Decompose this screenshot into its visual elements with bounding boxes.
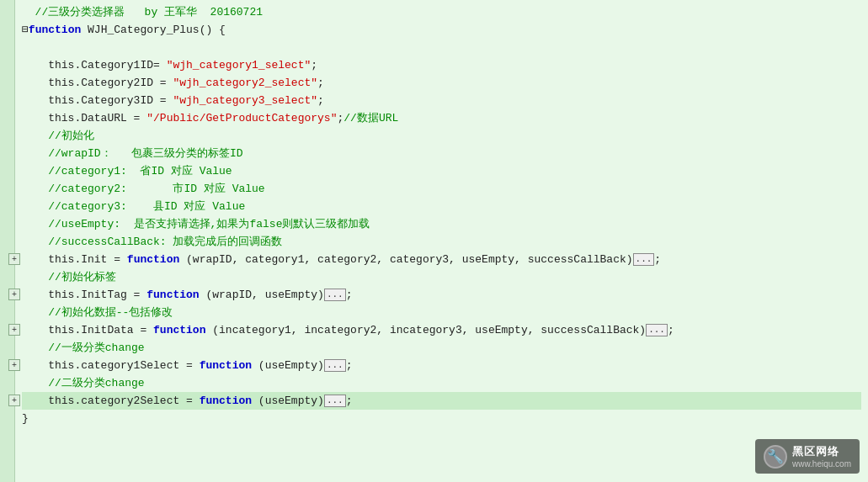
code-line: this.Category3ID = "wjh_category3_select… [22,92,861,109]
inline-comment: //数据URL [343,109,398,127]
collapsed-dots[interactable]: ... [324,359,346,372]
code-text: ; [346,286,353,304]
comment-text: //category3: 县ID 对应 Value [22,198,245,215]
watermark-logo: 🔧 [764,445,787,469]
code-text: ; [346,392,353,410]
collapsed-dots[interactable]: ... [633,253,655,266]
watermark: 🔧 黑区网络 www.heiqu.com [755,439,860,474]
keyword: function [200,357,252,374]
collapse-button[interactable]: + [8,289,20,300]
string-literal: "wjh_category3_select" [173,92,317,109]
code-text: (wrapID, useEmpty) [200,286,324,304]
keyword: function [146,286,199,304]
code-line: this.Category1ID= "wjh_category1_select"… [22,56,861,74]
comment-text: //useEmpty: 是否支持请选择,如果为false则默认三级都加载 [22,215,370,233]
code-text: this.category1Select = [22,357,200,374]
collapsed-dots[interactable]: ... [324,289,346,301]
keyword: function [127,251,179,268]
code-line: //successCallBack: 加载完成后的回调函数 [22,233,861,251]
code-line: + this.category2Select = function (useEm… [22,392,861,410]
code-line: //二级分类change [22,374,861,392]
comment-text: //wrapID： 包裹三级分类的标签ID [22,145,243,162]
code-text: this.Category1ID= [22,56,167,74]
watermark-text: 黑区网络 www.heiqu.com [792,444,851,469]
code-text: ⊟ [22,21,29,39]
code-line: //一级分类change [22,339,861,357]
code-line: //初始化 [22,127,861,145]
code-text: (wrapID, category1, category2, category3… [179,251,632,268]
comment-text: //一级分类change [22,339,145,357]
code-area: //三级分类选择器 by 王军华 20160721⊟function WJH_C… [15,0,868,482]
code-line: + this.InitTag = function (wrapID, useEm… [22,286,861,304]
code-text: (incategory1, incategory2, incategory3, … [205,321,646,339]
code-line: //初始化数据--包括修改 [22,304,861,321]
code-editor: //三级分类选择器 by 王军华 20160721⊟function WJH_C… [0,0,868,482]
code-text: this.Init = [22,251,127,268]
code-line: ⊟function WJH_Category_Plus() { [22,21,861,39]
code-line: + this.InitData = function (incategory1,… [22,321,861,339]
string-literal: "/Public/GetProductCategorys" [146,109,337,127]
code-line: //category1: 省ID 对应 Value [22,162,861,180]
code-line: //category2: 市ID 对应 Value [22,180,861,198]
code-line: this.DataURL = "/Public/GetProductCatego… [22,109,861,127]
code-text: this.DataURL = [22,109,146,127]
collapsed-dots[interactable]: ... [324,395,346,407]
keyword: function [29,21,81,39]
string-literal: "wjh_category1_select" [167,56,312,74]
code-line: //wrapID： 包裹三级分类的标签ID [22,145,861,162]
code-text: this.Category3ID = [22,92,173,109]
code-line [22,39,861,56]
code-text: ; [317,92,324,109]
comment-text: //初始化标签 [22,268,116,286]
comment-text: //category2: 市ID 对应 Value [22,180,265,198]
code-text: (useEmpty) [252,357,324,374]
code-line: this.Category2ID = "wjh_category2_select… [22,74,861,92]
comment-text: //三级分类选择器 by 王军华 20160721 [22,3,263,21]
code-line: + this.Init = function (wrapID, category… [22,251,861,268]
line-gutter [0,0,15,482]
collapse-button[interactable]: + [8,395,20,406]
code-text: ; [654,251,661,268]
comment-text: //successCallBack: 加载完成后的回调函数 [22,233,282,251]
comment-text: //初始化数据--包括修改 [22,304,173,321]
code-text: this.InitTag = [22,286,146,304]
code-text: ; [317,74,324,92]
code-text: ; [346,357,353,374]
code-line: + this.category1Select = function (useEm… [22,357,861,374]
keyword: function [153,321,205,339]
code-text: ; [668,321,674,339]
string-literal: "wjh_category2_select" [173,74,317,92]
watermark-site: 黑区网络 [792,444,851,459]
collapsed-dots[interactable]: ... [646,324,668,336]
code-text: this.InitData = [22,321,153,339]
code-line: //三级分类选择器 by 王军华 20160721 [22,3,861,21]
code-text: WJH_Category_Plus() { [81,21,226,39]
code-line: //category3: 县ID 对应 Value [22,198,861,215]
collapse-button[interactable]: + [8,324,20,336]
watermark-url: www.heiqu.com [792,459,851,469]
code-line: //useEmpty: 是否支持请选择,如果为false则默认三级都加载 [22,215,861,233]
code-text: this.category2Select = [22,392,200,410]
collapse-button[interactable]: + [8,253,20,265]
comment-text: //二级分类change [22,374,145,392]
code-text: } [22,410,29,427]
code-text: this.Category2ID = [22,74,173,92]
collapse-button[interactable]: + [8,359,20,371]
code-line: } [22,410,861,427]
comment-text: //初始化 [22,127,94,145]
code-text: ; [337,109,343,127]
keyword: function [200,392,252,410]
code-line: //初始化标签 [22,268,861,286]
comment-text: //category1: 省ID 对应 Value [22,162,232,180]
code-text: (useEmpty) [252,392,324,410]
code-text: ; [311,56,317,74]
